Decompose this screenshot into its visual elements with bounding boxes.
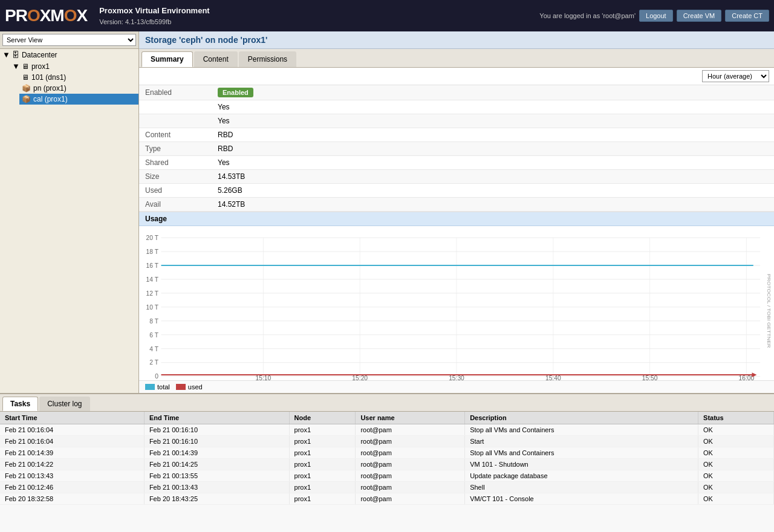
row-avail: Avail 14.52TB — [139, 198, 774, 212]
sidebar-item-101dns1[interactable]: 🖥 101 (dns1) — [19, 72, 138, 83]
label-shared: Shared — [139, 156, 212, 170]
svg-text:6 T: 6 T — [149, 331, 158, 339]
tasks-header-row: Start Time End Time Node User name Descr… — [0, 412, 774, 424]
auth-text: You are logged in as 'root@pam' — [539, 12, 636, 19]
value-shared: Yes — [212, 156, 774, 170]
col-user: User name — [356, 412, 465, 424]
label-used: Used — [139, 184, 212, 198]
legend-total-color — [145, 384, 155, 390]
row-enabled: Enabled Enabled — [139, 85, 774, 100]
create-ct-button[interactable]: Create CT — [725, 10, 769, 22]
col-node: Node — [289, 412, 356, 424]
legend-used-label: used — [188, 383, 203, 391]
bottom-section: Tasks Cluster log Start Time End Time No… — [0, 393, 774, 532]
server-view-select[interactable]: Server View Folder View Tag View — [2, 34, 136, 46]
svg-text:20 T: 20 T — [146, 233, 159, 241]
content-area: Server View Folder View Tag View ▼ 🗄 Dat… — [0, 31, 774, 393]
datacenter-children: ▼ 🖥 prox1 🖥 101 (dns1) 📦 pn (prox1) — [0, 60, 138, 105]
tab-content[interactable]: Content — [194, 51, 238, 67]
value-active: Yes — [212, 100, 774, 114]
version-string: Version: 4.1-13/cfb599fb — [99, 17, 539, 27]
datacenter-icon: ▼ — [2, 50, 10, 59]
svg-text:18 T: 18 T — [146, 247, 159, 255]
usage-chart: 20 T 18 T 16 T 14 T 12 T 10 T 8 T 6 T 4 … — [139, 226, 774, 380]
chart-legend: total used — [139, 380, 774, 393]
bottom-tab-tasks[interactable]: Tasks — [2, 397, 38, 411]
value-avail: 14.52TB — [212, 198, 774, 212]
table-row: Feb 21 00:13:43Feb 21 00:13:55prox1root@… — [0, 470, 774, 482]
svg-text:15:20: 15:20 — [352, 374, 368, 380]
table-row: Feb 21 00:14:39Feb 21 00:14:39prox1root@… — [0, 447, 774, 459]
value-type: RBD — [212, 142, 774, 156]
table-row: Feb 21 00:16:04Feb 21 00:16:10prox1root@… — [0, 436, 774, 447]
svg-text:15:10: 15:10 — [256, 374, 272, 380]
usage-title: Usage — [139, 212, 774, 226]
svg-text:4 T: 4 T — [149, 345, 158, 352]
table-row: Feb 20 18:32:58Feb 20 18:43:25prox1root@… — [0, 493, 774, 505]
label-size: Size — [139, 170, 212, 184]
label-active — [139, 100, 212, 114]
legend-used: used — [176, 383, 203, 391]
info-section: Enabled Enabled Yes Yes — [139, 85, 774, 212]
row-used: Used 5.26GB — [139, 184, 774, 198]
col-status: Status — [698, 412, 774, 424]
label-type: Type — [139, 142, 212, 156]
interval-select[interactable]: Hour (average) Day (average) Week (avera… — [702, 70, 769, 82]
row-type: Type RBD — [139, 142, 774, 156]
create-vm-button[interactable]: Create VM — [677, 10, 722, 22]
col-start-time: Start Time — [0, 412, 144, 424]
svg-text:16:00: 16:00 — [739, 374, 755, 380]
tab-summary[interactable]: Summary — [141, 51, 193, 67]
logo: PROXMOX — [5, 6, 87, 25]
version-info: Proxmox Virtual Environment Version: 4.1… — [94, 5, 539, 27]
legend-total: total — [145, 383, 170, 391]
label-enabled: Enabled — [139, 85, 212, 100]
svg-text:15:40: 15:40 — [545, 374, 561, 380]
label-content: Content — [139, 128, 212, 142]
label-avail: Avail — [139, 198, 212, 212]
svg-text:10 T: 10 T — [146, 303, 159, 311]
col-end-time: End Time — [144, 412, 289, 424]
tab-permissions[interactable]: Permissions — [239, 51, 296, 67]
chart-area: 20 T 18 T 16 T 14 T 12 T 10 T 8 T 6 T 4 … — [139, 226, 774, 380]
svg-text:PROTOCOL / TOBI GETTNER: PROTOCOL / TOBI GETTNER — [766, 274, 772, 348]
svg-text:2 T: 2 T — [149, 358, 158, 366]
sidebar-item-pn-prox1[interactable]: 📦 pn (prox1) — [19, 83, 138, 94]
sidebar-item-cal-prox1[interactable]: 📦 cal (prox1) — [19, 94, 138, 105]
table-row: Feb 21 00:14:22Feb 21 00:14:25prox1root@… — [0, 459, 774, 470]
row-shared: Shared Yes — [139, 156, 774, 170]
svg-text:15:50: 15:50 — [642, 374, 658, 380]
svg-text:14 T: 14 T — [146, 275, 159, 283]
auth-area: You are logged in as 'root@pam' Logout C… — [539, 10, 769, 22]
value-size: 14.53TB — [212, 170, 774, 184]
tree: ▼ 🗄 Datacenter ▼ 🖥 prox1 🖥 101 (dns1) — [0, 49, 138, 105]
tabs-bar: Summary Content Permissions — [139, 49, 774, 68]
top-header: PROXMOX Proxmox Virtual Environment Vers… — [0, 0, 774, 31]
row-size: Size 14.53TB — [139, 170, 774, 184]
svg-text:15:30: 15:30 — [449, 374, 464, 380]
tasks-table-wrap: Start Time End Time Node User name Descr… — [0, 412, 774, 532]
main-layout: Server View Folder View Tag View ▼ 🗄 Dat… — [0, 31, 774, 532]
svg-text:16 T: 16 T — [146, 261, 159, 269]
legend-total-label: total — [157, 383, 170, 391]
product-name: Proxmox Virtual Environment — [99, 5, 539, 17]
logout-button[interactable]: Logout — [639, 10, 673, 22]
sidebar-toolbar: Server View Folder View Tag View — [0, 31, 138, 49]
row-active2: Yes — [139, 114, 774, 128]
status-badge: Enabled — [218, 88, 253, 97]
svg-text:0: 0 — [155, 372, 158, 380]
value-content: RBD — [212, 128, 774, 142]
tasks-table: Start Time End Time Node User name Descr… — [0, 412, 774, 505]
sidebar-item-datacenter[interactable]: ▼ 🗄 Datacenter — [0, 49, 138, 60]
table-row: Feb 21 00:16:04Feb 21 00:16:10prox1root@… — [0, 424, 774, 436]
panel-title: Storage 'ceph' on node 'prox1' — [139, 31, 774, 49]
bottom-tab-cluster-log[interactable]: Cluster log — [39, 397, 89, 411]
legend-used-color — [176, 384, 186, 390]
tab-content-summary: Hour (average) Day (average) Week (avera… — [139, 68, 774, 393]
row-content: Content RBD — [139, 128, 774, 142]
sidebar-item-prox1[interactable]: ▼ 🖥 prox1 — [10, 60, 138, 72]
right-panel: Storage 'ceph' on node 'prox1' Summary C… — [139, 31, 774, 393]
row-active: Yes — [139, 100, 774, 114]
logo-area: PROXMOX — [5, 6, 87, 25]
col-desc: Description — [465, 412, 698, 424]
